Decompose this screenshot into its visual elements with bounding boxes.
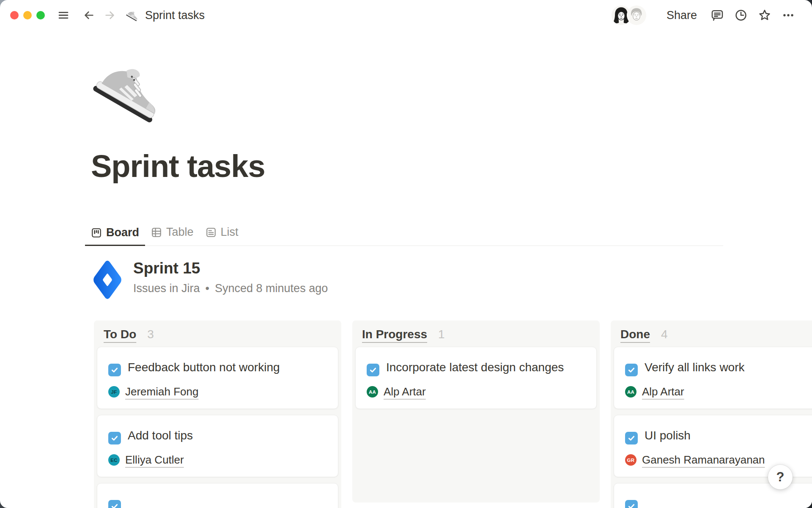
breadcrumb[interactable]: Sprint tasks bbox=[122, 6, 209, 25]
collaborator-avatars[interactable] bbox=[612, 6, 646, 25]
task-checkbox[interactable] bbox=[108, 432, 121, 444]
assignee-row: AA Alp Artar bbox=[367, 385, 585, 398]
card-title: Incorporate latest design changes bbox=[386, 361, 564, 374]
card-title: Verify all links work bbox=[645, 361, 745, 374]
kanban-board: To Do 3 Feedback button not working JF J… bbox=[94, 320, 812, 508]
task-checkbox[interactable] bbox=[367, 364, 379, 376]
card-title-row: Verify all links work bbox=[625, 356, 812, 378]
assignee-avatar: EC bbox=[108, 454, 120, 466]
sync-status-row: Issues in Jira • Synced 8 minutes ago bbox=[133, 282, 328, 295]
card-title-row: Add tool tips bbox=[108, 425, 327, 447]
nav-forward-button[interactable] bbox=[101, 6, 119, 25]
card-title: Feedback button not working bbox=[128, 361, 280, 374]
assignee-row: EC Elliya Cutler bbox=[108, 453, 327, 467]
star-icon bbox=[758, 8, 771, 22]
task-checkbox[interactable] bbox=[108, 364, 121, 376]
list-view-icon bbox=[206, 227, 217, 238]
zoom-window-button[interactable] bbox=[36, 11, 45, 19]
assignee-row: AA Alp Artar bbox=[625, 385, 812, 398]
task-checkbox[interactable] bbox=[625, 364, 638, 376]
task-checkbox[interactable] bbox=[108, 500, 121, 508]
assignee-name[interactable]: Alp Artar bbox=[384, 385, 426, 398]
tab-board[interactable]: Board bbox=[85, 221, 145, 246]
column-in-progress-name[interactable]: In Progress bbox=[362, 328, 427, 341]
dot-separator: • bbox=[206, 282, 209, 295]
tab-board-label: Board bbox=[106, 226, 139, 239]
card-title-row: UI polish bbox=[625, 425, 812, 447]
page-icon-small bbox=[126, 8, 140, 22]
favorite-button[interactable] bbox=[755, 6, 774, 25]
updates-button[interactable] bbox=[732, 6, 750, 25]
card-title-row: Feedback button not working bbox=[108, 356, 327, 378]
ellipsis-icon bbox=[782, 8, 795, 22]
card-title-row bbox=[108, 493, 327, 508]
view-tabs: Board Table List bbox=[91, 221, 723, 246]
window-controls bbox=[10, 11, 45, 19]
topbar: Sprint tasks Share bbox=[0, 0, 812, 30]
comment-bubble-icon bbox=[710, 8, 724, 22]
assignee-row: JF Jeremiah Fong bbox=[108, 385, 327, 398]
column-todo-header: To Do 3 bbox=[97, 320, 338, 347]
card-partial[interactable] bbox=[97, 483, 338, 508]
comments-button[interactable] bbox=[708, 6, 727, 25]
assignee-row: GR Ganesh Ramanarayanan bbox=[625, 453, 812, 467]
linked-database-titles: Sprint 15 Issues in Jira • Synced 8 minu… bbox=[133, 259, 328, 295]
notion-window: Sprint tasks Share bbox=[0, 0, 812, 508]
assignee-avatar: GR bbox=[625, 454, 636, 466]
clock-icon bbox=[734, 8, 748, 22]
page-icon-running-shoe[interactable] bbox=[92, 52, 168, 128]
tab-list[interactable]: List bbox=[200, 221, 244, 246]
nav-back-button[interactable] bbox=[80, 6, 98, 25]
forward-arrow-icon bbox=[104, 9, 116, 22]
share-button[interactable]: Share bbox=[661, 6, 703, 25]
jira-logo-icon bbox=[92, 259, 123, 301]
breadcrumb-page-title: Sprint tasks bbox=[145, 9, 205, 22]
table-view-icon bbox=[151, 227, 162, 238]
card-feedback-button[interactable]: Feedback button not working JF Jeremiah … bbox=[97, 347, 338, 409]
source-label: Issues in Jira bbox=[133, 282, 200, 295]
tab-list-label: List bbox=[221, 226, 239, 239]
assignee-name[interactable]: Jeremiah Fong bbox=[125, 385, 198, 398]
card-title: Add tool tips bbox=[128, 429, 193, 442]
page-title[interactable]: Sprint tasks bbox=[91, 149, 812, 183]
collaborator-avatar-man bbox=[627, 6, 646, 25]
board-view-icon bbox=[91, 227, 102, 238]
column-in-progress-header: In Progress 1 bbox=[355, 320, 597, 347]
hamburger-menu-icon bbox=[58, 10, 69, 21]
card-incorporate-design[interactable]: Incorporate latest design changes AA Alp… bbox=[355, 347, 597, 409]
column-done-count: 4 bbox=[661, 328, 668, 341]
column-done-name[interactable]: Done bbox=[620, 328, 650, 341]
card-title: UI polish bbox=[645, 429, 691, 442]
card-add-tool-tips[interactable]: Add tool tips EC Elliya Cutler bbox=[97, 415, 338, 477]
back-arrow-icon bbox=[82, 9, 95, 22]
column-in-progress-count: 1 bbox=[438, 328, 445, 341]
close-window-button[interactable] bbox=[10, 11, 19, 19]
column-in-progress: In Progress 1 Incorporate latest design … bbox=[352, 320, 600, 502]
sync-status: Synced 8 minutes ago bbox=[215, 282, 328, 295]
assignee-avatar: AA bbox=[625, 386, 636, 398]
card-title-row: Incorporate latest design changes bbox=[367, 356, 585, 378]
assignee-avatar: JF bbox=[108, 386, 120, 398]
sprint-title[interactable]: Sprint 15 bbox=[133, 260, 328, 277]
card-verify-links[interactable]: Verify all links work AA Alp Artar bbox=[614, 347, 812, 409]
column-done-header: Done 4 bbox=[614, 320, 812, 347]
tab-table[interactable]: Table bbox=[145, 221, 200, 246]
assignee-name[interactable]: Ganesh Ramanarayanan bbox=[642, 453, 765, 467]
assignee-name[interactable]: Alp Artar bbox=[642, 385, 684, 398]
help-button[interactable]: ? bbox=[768, 465, 793, 489]
more-options-button[interactable] bbox=[779, 6, 798, 25]
minimize-window-button[interactable] bbox=[23, 11, 32, 19]
column-todo-name[interactable]: To Do bbox=[104, 328, 136, 341]
assignee-avatar: AA bbox=[367, 386, 378, 398]
linked-database-header: Sprint 15 Issues in Jira • Synced 8 minu… bbox=[92, 259, 812, 301]
topbar-actions: Share bbox=[612, 6, 798, 25]
sidebar-toggle-button[interactable] bbox=[54, 6, 73, 25]
assignee-name[interactable]: Elliya Cutler bbox=[125, 453, 184, 467]
task-checkbox[interactable] bbox=[625, 432, 638, 444]
column-todo-count: 3 bbox=[147, 328, 154, 341]
task-checkbox[interactable] bbox=[625, 500, 638, 508]
card-title-row bbox=[625, 493, 812, 508]
column-todo: To Do 3 Feedback button not working JF J… bbox=[94, 320, 341, 508]
tab-table-label: Table bbox=[166, 226, 194, 239]
